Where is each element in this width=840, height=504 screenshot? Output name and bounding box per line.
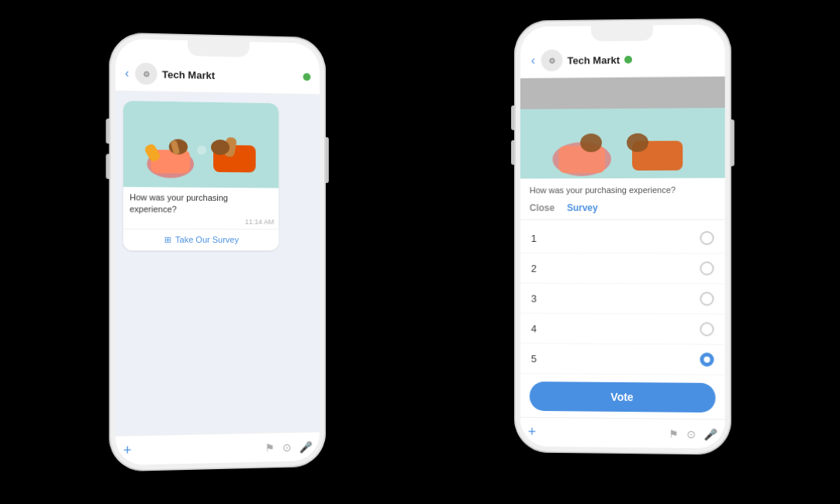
right-phone-screen: ‹ ⚙ Tech Markt <box>520 24 724 448</box>
camera-icon-right[interactable]: ⊙ <box>686 427 696 440</box>
message-time-left: 11:14 AM <box>123 217 278 229</box>
survey-button-label: Take Our Survey <box>175 235 238 244</box>
power-button-right[interactable] <box>731 119 734 166</box>
power-button[interactable] <box>325 137 328 183</box>
add-button-left[interactable]: + <box>123 442 131 458</box>
option-3[interactable]: 3 <box>520 284 724 315</box>
phone-left: ‹ ⚙ Tech Markt <box>109 33 325 472</box>
chat-input-bar-left: + ⚑ ⊙ 🎤 <box>115 431 319 465</box>
survey-msg-text: How was your purchasing experience? <box>520 178 724 200</box>
avatar-left: ⚙ <box>135 63 157 85</box>
svg-rect-0 <box>123 101 278 188</box>
notch-right <box>591 26 653 42</box>
option-2-label: 2 <box>531 263 536 274</box>
take-survey-button[interactable]: ⊞ Take Our Survey <box>123 228 278 250</box>
option-4[interactable]: 4 <box>520 314 724 345</box>
option-5-label: 5 <box>531 353 536 364</box>
phone-right: ‹ ⚙ Tech Markt <box>513 18 731 454</box>
message-image-left <box>123 101 278 188</box>
avatar-right: ⚙ <box>541 50 562 71</box>
volume-up-button-right[interactable] <box>510 105 513 130</box>
gear-icon-right: ⚙ <box>548 56 555 64</box>
tab-survey[interactable]: Survey <box>566 202 597 213</box>
chat-body-left: How was your purchasing experience? 11:1… <box>115 91 319 436</box>
input-icons-right: ⚑ ⊙ 🎤 <box>669 427 717 440</box>
radio-5[interactable] <box>700 353 714 367</box>
option-1[interactable]: 1 <box>520 223 724 254</box>
flag-icon-right[interactable]: ⚑ <box>669 427 679 440</box>
option-5[interactable]: 5 <box>520 344 724 376</box>
contact-name-left: Tech Markt <box>162 68 299 82</box>
notch <box>187 40 249 57</box>
online-indicator-left <box>302 73 310 81</box>
survey-panel: ‹ ⚙ Tech Markt <box>520 24 724 448</box>
survey-options: 1 2 3 4 5 <box>520 220 724 377</box>
option-2[interactable]: 2 <box>520 254 724 284</box>
tab-close[interactable]: Close <box>529 203 554 214</box>
radio-2[interactable] <box>700 262 714 276</box>
radio-1[interactable] <box>700 231 714 245</box>
option-3-label: 3 <box>531 293 536 305</box>
message-bubble-left: How was your purchasing experience? 11:1… <box>123 101 278 250</box>
contact-name-right: Tech Markt <box>567 54 619 67</box>
radio-4[interactable] <box>700 323 714 337</box>
add-button-right[interactable]: + <box>527 424 535 440</box>
chat-input-bar-right: + ⚑ ⊙ 🎤 <box>520 417 724 449</box>
survey-image <box>520 77 724 179</box>
option-4-label: 4 <box>531 323 536 334</box>
volume-down-button-right[interactable] <box>510 140 513 165</box>
volume-up-button[interactable] <box>105 119 109 143</box>
back-button-left[interactable]: ‹ <box>125 66 129 80</box>
camera-icon-left[interactable]: ⊙ <box>282 440 292 453</box>
volume-down-button[interactable] <box>105 154 109 178</box>
mic-icon-right[interactable]: 🎤 <box>703 428 717 440</box>
survey-tabs: Close Survey <box>520 199 724 220</box>
flag-icon-left[interactable]: ⚑ <box>264 441 275 454</box>
online-indicator-right <box>624 56 631 64</box>
header-left-right: ‹ ⚙ Tech Markt <box>531 49 631 71</box>
left-phone-screen: ‹ ⚙ Tech Markt <box>115 39 319 465</box>
back-button-right[interactable]: ‹ <box>531 54 534 67</box>
input-icons-left: ⚑ ⊙ 🎤 <box>264 440 312 454</box>
mic-icon-left[interactable]: 🎤 <box>299 440 312 453</box>
survey-icon: ⊞ <box>164 235 171 245</box>
gear-icon-left: ⚙ <box>143 70 150 78</box>
message-text-left: How was your purchasing experience? <box>123 187 278 218</box>
radio-3[interactable] <box>700 292 714 306</box>
svg-rect-10 <box>520 108 724 178</box>
option-1-label: 1 <box>531 233 536 244</box>
vote-button[interactable]: Vote <box>529 381 715 413</box>
